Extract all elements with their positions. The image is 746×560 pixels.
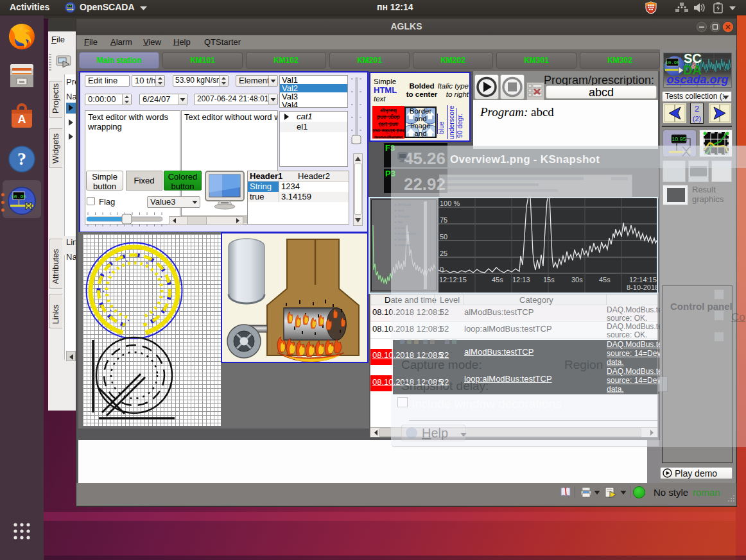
svg-text:10.95: 10.95 [11, 194, 26, 199]
svg-text:A: A [18, 113, 26, 126]
svg-text:10.95: 10.95 [665, 60, 680, 65]
svg-text:?: ? [17, 149, 26, 169]
svg-text:10.95: 10.95 [672, 136, 686, 142]
